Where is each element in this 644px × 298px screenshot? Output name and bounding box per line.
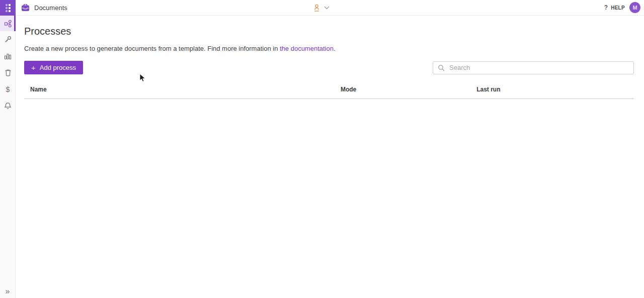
workflow-icon (4, 20, 12, 28)
help-button[interactable]: ? HELP (604, 4, 625, 11)
table-header-row: Name Mode Last run (24, 86, 634, 99)
bar-chart-icon (4, 52, 12, 60)
app-window: Documents ? HELP M (0, 0, 644, 298)
column-header-last-run[interactable]: Last run (470, 86, 634, 99)
documentation-link[interactable]: the documentation (280, 45, 334, 52)
documents-inbox-icon (21, 4, 30, 12)
search-input[interactable] (448, 63, 629, 72)
help-label: HELP (611, 5, 625, 11)
processes-table: Name Mode Last run (24, 86, 634, 99)
avatar[interactable]: M (629, 2, 640, 13)
apps-grid-icon (6, 4, 11, 12)
main-content: Processes Create a new process to genera… (16, 16, 644, 298)
dollar-icon: $ (6, 86, 10, 93)
bell-icon (4, 102, 12, 110)
search-box (433, 61, 634, 74)
header: Documents ? HELP M (16, 0, 644, 16)
sidebar-item-trash[interactable] (0, 64, 16, 81)
page-title: Processes (24, 26, 634, 37)
sidebar-item-statistics[interactable] (0, 48, 16, 64)
toolbar: + Add process (24, 61, 634, 74)
user-stamp-icon (313, 4, 320, 12)
add-process-button[interactable]: + Add process (24, 61, 83, 74)
description-text: Create a new process to generate documen… (24, 45, 280, 52)
key-icon (4, 36, 12, 43)
column-header-mode[interactable]: Mode (335, 86, 470, 99)
header-left: Documents (16, 4, 67, 12)
column-header-name[interactable]: Name (24, 86, 335, 99)
question-mark-icon: ? (604, 4, 608, 11)
sidebar-item-processes[interactable] (0, 16, 16, 31)
header-right: ? HELP M (604, 2, 644, 13)
sidebar-item-keys[interactable] (0, 31, 16, 48)
app-title: Documents (34, 4, 67, 12)
sidebar: $ » (0, 16, 16, 298)
environment-selector[interactable] (313, 0, 330, 15)
sidebar-item-billing[interactable]: $ (0, 81, 16, 97)
search-icon (438, 64, 445, 71)
sidebar-item-notifications[interactable] (0, 97, 16, 114)
description-suffix: . (334, 45, 336, 52)
app-switcher-button[interactable] (0, 0, 16, 16)
chevron-down-icon (324, 6, 330, 10)
page-description: Create a new process to generate documen… (24, 45, 634, 52)
add-process-label: Add process (40, 64, 76, 71)
trash-icon (5, 69, 12, 76)
plus-icon: + (31, 64, 36, 71)
sidebar-expand-button[interactable]: » (0, 287, 15, 295)
